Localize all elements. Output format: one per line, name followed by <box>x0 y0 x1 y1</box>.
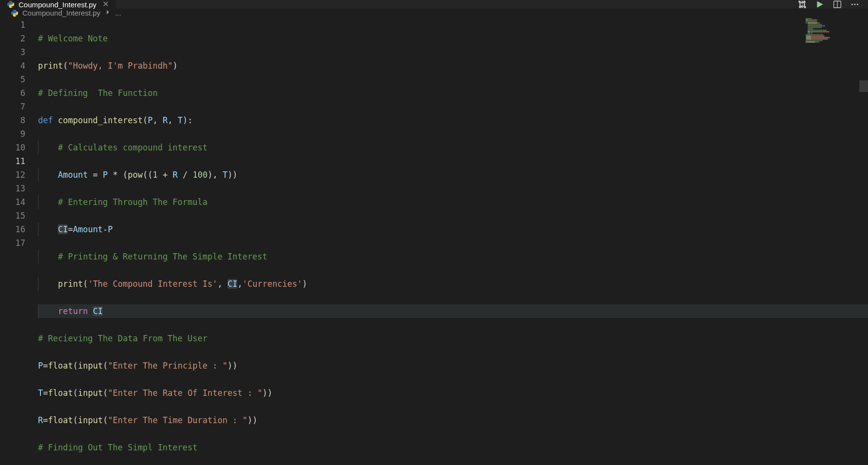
svg-point-4 <box>857 3 858 5</box>
editor-tab[interactable]: Coumpound_Interest.py <box>0 0 116 9</box>
run-icon[interactable] <box>815 0 824 9</box>
scrollbar-thumb[interactable] <box>859 80 868 92</box>
split-editor-icon[interactable] <box>833 0 842 9</box>
breadcrumb-file: Coumpound_Interest.py <box>22 9 100 17</box>
close-tab-icon[interactable] <box>102 0 109 9</box>
more-icon[interactable] <box>850 0 859 9</box>
git-compare-icon[interactable] <box>798 0 807 9</box>
tab-bar: Coumpound_Interest.py <box>0 0 868 9</box>
editor[interactable]: 1 2 3 4 5 6 7 8 9 10 11 12 13 14 15 16 1… <box>0 17 868 465</box>
breadcrumb-rest: ... <box>115 9 121 17</box>
minimap[interactable]: █████████ █████████████████ ████████████… <box>806 18 859 91</box>
python-file-icon <box>11 9 19 17</box>
line-number-gutter: 1 2 3 4 5 6 7 8 9 10 11 12 13 14 15 16 1… <box>0 17 38 465</box>
svg-point-2 <box>851 3 853 5</box>
tab-filename: Coumpound_Interest.py <box>19 0 96 9</box>
title-actions <box>798 0 868 9</box>
svg-point-3 <box>854 3 855 5</box>
python-file-icon <box>7 0 15 8</box>
chevron-right-icon <box>104 9 111 17</box>
breadcrumb[interactable]: Coumpound_Interest.py ... <box>0 9 868 17</box>
code-area[interactable]: # Welcome Note print("Howdy, I'm Prabind… <box>38 17 868 465</box>
